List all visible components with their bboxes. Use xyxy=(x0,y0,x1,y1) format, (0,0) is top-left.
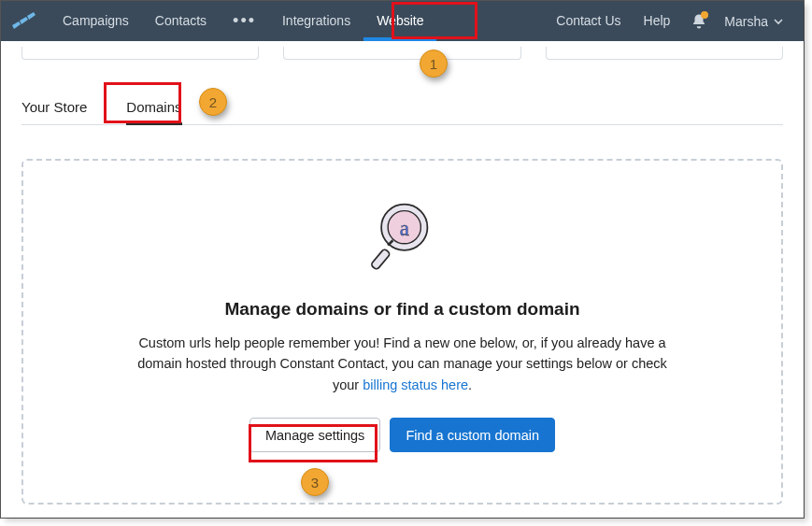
notification-dot-icon xyxy=(701,11,708,19)
step-badge-3: 3 xyxy=(301,468,329,496)
user-menu[interactable]: Marsha xyxy=(717,14,792,29)
nav-right: Contact Us Help Marsha xyxy=(545,1,792,41)
panel-desc-post: . xyxy=(468,377,472,392)
manage-settings-button[interactable]: Manage settings xyxy=(249,418,380,452)
svg-point-0 xyxy=(701,11,708,19)
billing-status-link[interactable]: billing status here xyxy=(363,377,468,392)
nav-help[interactable]: Help xyxy=(633,1,682,41)
panel-description: Custom urls help people remember you! Fi… xyxy=(127,333,678,395)
nav-contacts[interactable]: Contacts xyxy=(142,1,220,41)
summary-card xyxy=(546,47,783,60)
summary-cards-row xyxy=(1,47,804,60)
nav-integrations[interactable]: Integrations xyxy=(269,1,363,41)
step-badge-2: 2 xyxy=(199,88,227,116)
step-badge-1: 1 xyxy=(420,50,448,78)
domains-panel: a Manage domains or find a custom domain… xyxy=(21,159,783,505)
find-custom-domain-button[interactable]: Find a custom domain xyxy=(390,418,555,452)
tab-domains[interactable]: Domains xyxy=(113,99,194,124)
tab-your-store[interactable]: Your Store xyxy=(21,99,104,124)
panel-title: Manage domains or find a custom domain xyxy=(70,299,734,320)
user-name: Marsha xyxy=(724,14,768,29)
svg-rect-4 xyxy=(370,249,390,270)
nav-left: Campaigns Contacts ••• Integrations Webs… xyxy=(50,1,436,41)
button-row: Manage settings Find a custom domain xyxy=(70,418,734,452)
tabs: Your Store Domains xyxy=(21,80,783,125)
logo-icon xyxy=(12,12,36,31)
nav-campaigns[interactable]: Campaigns xyxy=(50,1,142,41)
search-domain-illustration-icon: a xyxy=(362,194,444,280)
notifications-button[interactable] xyxy=(681,1,717,41)
chevron-down-icon xyxy=(774,17,783,26)
summary-card xyxy=(21,47,259,60)
top-nav: Campaigns Contacts ••• Integrations Webs… xyxy=(1,1,804,41)
nav-contact-us[interactable]: Contact Us xyxy=(545,1,632,41)
nav-more-icon[interactable]: ••• xyxy=(220,11,269,31)
summary-card xyxy=(283,47,520,60)
nav-website[interactable]: Website xyxy=(363,1,436,41)
brand-logo[interactable] xyxy=(12,12,36,31)
svg-text:a: a xyxy=(399,217,408,240)
